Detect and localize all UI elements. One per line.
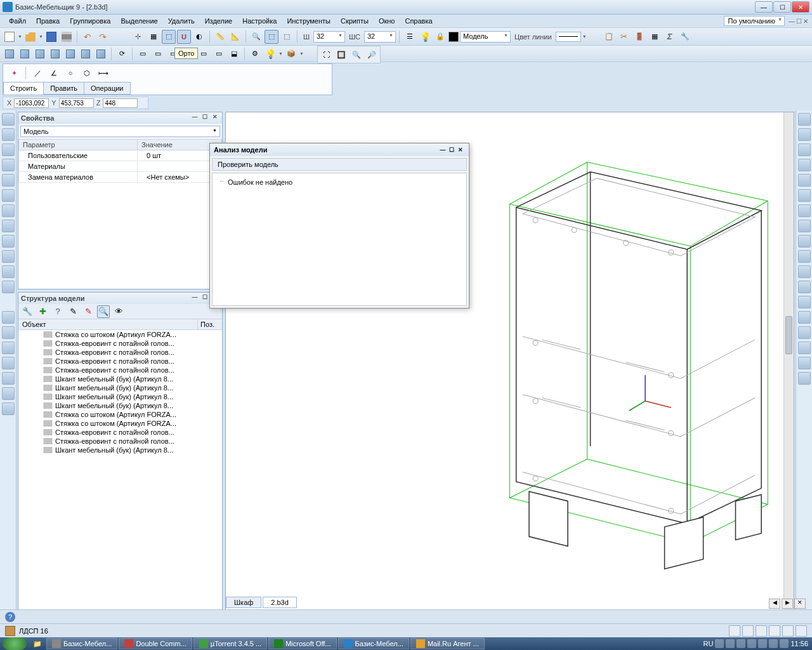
- struct-tree[interactable]: Стяжка со штоком (Артикул FORZA...Стяжка…: [18, 330, 222, 632]
- tab-build[interactable]: Строить: [3, 82, 44, 95]
- tab-prev-button[interactable]: ◀: [769, 599, 780, 609]
- zoom-in-button[interactable]: 🔍: [350, 48, 363, 62]
- save-button[interactable]: [44, 30, 58, 44]
- split-button[interactable]: ⬓: [227, 47, 241, 61]
- status-tool-4[interactable]: [769, 625, 780, 637]
- magnet-button[interactable]: U: [177, 30, 191, 44]
- props-max-button[interactable]: ☐: [200, 114, 209, 123]
- pan-button[interactable]: ⬚: [280, 30, 294, 44]
- side-tool-4[interactable]: [2, 159, 15, 171]
- side-tool-13[interactable]: [2, 311, 15, 324]
- side-tool-6[interactable]: [2, 189, 15, 202]
- menu-select[interactable]: Выделение: [115, 16, 162, 26]
- side-tool-3[interactable]: [2, 143, 15, 156]
- struct-tool-search[interactable]: 🔍: [97, 305, 110, 318]
- tray-icon[interactable]: [769, 639, 778, 648]
- package-icon[interactable]: 📦: [284, 47, 298, 61]
- tab-edit[interactable]: Править: [43, 82, 84, 95]
- layout-combo[interactable]: По умолчанию: [724, 16, 785, 26]
- side-tool-11[interactable]: [2, 265, 15, 278]
- tray-icon[interactable]: [747, 639, 756, 648]
- grid-button[interactable]: ▦: [147, 30, 160, 44]
- cursor-button[interactable]: ⬚: [265, 30, 278, 44]
- bulb-icon[interactable]: 💡: [418, 30, 432, 44]
- rside-tool-18[interactable]: [798, 372, 811, 385]
- tree-item[interactable]: Стяжка-евровинт с потайной голов...: [18, 428, 222, 437]
- pin-explorer[interactable]: 📁: [30, 638, 45, 649]
- undo-button[interactable]: ↶: [81, 30, 95, 44]
- analysis-max-button[interactable]: ☐: [447, 147, 456, 153]
- new-button[interactable]: [3, 30, 16, 44]
- draw-dim-icon[interactable]: ⟼: [96, 66, 110, 80]
- props-combo[interactable]: Модель: [20, 126, 220, 137]
- tree-item[interactable]: Стяжка-евровинт с потайной голов...: [18, 357, 222, 366]
- box1-button[interactable]: ▭: [136, 47, 150, 61]
- rside-tool-3[interactable]: [798, 143, 811, 156]
- rside-tool-10[interactable]: [798, 250, 811, 263]
- bottom-tab-2[interactable]: 2.b3d: [263, 597, 297, 608]
- tree-item[interactable]: Шкант мебельный (бук) (Артикул 8...: [18, 392, 222, 401]
- struct-tool-del[interactable]: ✎: [82, 305, 95, 318]
- menu-delete[interactable]: Удалить: [163, 16, 200, 26]
- layers-icon[interactable]: ☰: [403, 30, 417, 44]
- rside-tool-16[interactable]: [798, 342, 811, 354]
- side-tool-16[interactable]: [2, 357, 15, 369]
- model-combo[interactable]: Модель: [460, 31, 511, 43]
- side-tool-5[interactable]: [2, 174, 15, 187]
- view-left-button[interactable]: [33, 47, 47, 61]
- rotate-button[interactable]: ⟳: [115, 47, 129, 61]
- rside-tool-1[interactable]: [798, 113, 811, 126]
- doc-restore-button[interactable]: ☐: [796, 18, 802, 25]
- rside-tool-13[interactable]: [798, 296, 811, 308]
- draw-hex-icon[interactable]: ⬡: [80, 66, 94, 80]
- menu-file[interactable]: Файл: [4, 16, 31, 26]
- rside-tool-4[interactable]: [798, 159, 811, 171]
- menu-tools[interactable]: Инструменты: [282, 16, 336, 26]
- bulb2-icon[interactable]: 💡: [263, 47, 277, 61]
- status-tool-2[interactable]: [742, 625, 754, 637]
- status-tool-3[interactable]: [756, 625, 767, 637]
- lock-icon[interactable]: 🔒: [433, 30, 447, 44]
- rside-tool-11[interactable]: [798, 265, 811, 278]
- tray-time[interactable]: 11:56: [790, 640, 808, 647]
- analysis-check-button[interactable]: Проверить модель: [212, 158, 467, 171]
- menu-window[interactable]: Окно: [374, 16, 400, 26]
- color-swatch[interactable]: [449, 32, 459, 42]
- menu-product[interactable]: Изделие: [200, 16, 238, 26]
- width-s-input[interactable]: 32: [364, 31, 396, 43]
- status-tool-1[interactable]: [729, 625, 740, 637]
- rside-tool-6[interactable]: [798, 189, 811, 202]
- clipboard-icon[interactable]: 📋: [602, 30, 616, 44]
- minimize-button[interactable]: —: [755, 1, 773, 13]
- start-button[interactable]: [3, 637, 27, 650]
- redo-button[interactable]: ↶: [96, 30, 110, 44]
- draw-line-icon[interactable]: ／: [30, 66, 44, 80]
- struct-tool-help[interactable]: ?: [51, 305, 64, 318]
- view-back-button[interactable]: [18, 47, 32, 61]
- struct-tool-add[interactable]: ✚: [36, 305, 49, 318]
- side-tool-8[interactable]: [2, 220, 15, 232]
- tray-lang[interactable]: RU: [704, 640, 714, 647]
- tray-icon[interactable]: [780, 639, 789, 648]
- side-tool-9[interactable]: [2, 235, 15, 248]
- view-iso-button[interactable]: [94, 47, 108, 61]
- tab-close-button[interactable]: ✕: [794, 599, 806, 609]
- box5-button[interactable]: ▭: [197, 47, 211, 61]
- draw-angle-icon[interactable]: ∠: [47, 66, 61, 80]
- struct-min-button[interactable]: —: [190, 294, 199, 303]
- sigma-icon[interactable]: Σ: [663, 30, 677, 44]
- tree-item[interactable]: Стяжка со штоком (Артикул FORZA...: [18, 419, 222, 428]
- tab-ops[interactable]: Операции: [84, 82, 130, 95]
- print-button[interactable]: [60, 30, 74, 44]
- draw-axis-icon[interactable]: ✦: [7, 66, 21, 80]
- door-icon[interactable]: 🚪: [632, 30, 646, 44]
- tray-icon[interactable]: [758, 639, 767, 648]
- tree-item[interactable]: Стяжка со штоком (Артикул FORZA...: [18, 330, 222, 339]
- tray-icon[interactable]: [737, 639, 745, 648]
- struct-tool-wrench[interactable]: 🔧: [21, 305, 34, 318]
- cut-icon[interactable]: ✂: [617, 30, 631, 44]
- doc-close-button[interactable]: ✕: [803, 18, 808, 25]
- struct-tool-edit[interactable]: ✎: [67, 305, 79, 318]
- table-icon[interactable]: ▦: [648, 30, 662, 44]
- struct-max-button[interactable]: ☐: [200, 294, 209, 303]
